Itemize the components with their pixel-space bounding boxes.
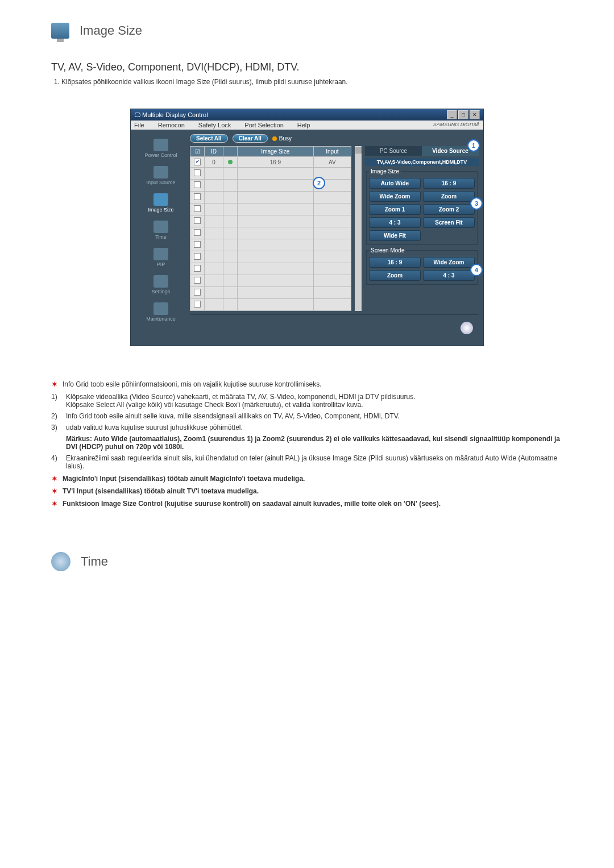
col-check[interactable]: ☑	[190, 147, 205, 157]
busy-indicator: Busy	[272, 135, 292, 142]
col-image-size: Image Size	[238, 147, 314, 157]
note-star-4: Funktsioon Image Size Control (kujutise …	[63, 500, 441, 508]
row-checkbox[interactable]	[194, 229, 201, 236]
row-checkbox[interactable]	[194, 193, 201, 200]
status-bulb-icon	[460, 322, 473, 334]
sidebar-item-maintenance[interactable]: Maintenance	[146, 302, 176, 322]
cell-input: AV	[313, 157, 351, 168]
note-num-1: 1)	[51, 393, 61, 409]
badge-4: 4	[470, 264, 483, 276]
btn-sm-wide-zoom[interactable]: Wide Zoom	[423, 257, 475, 268]
minimize-button[interactable]: _	[447, 110, 457, 119]
badge-3: 3	[470, 197, 483, 210]
btn-auto-wide[interactable]: Auto Wide	[369, 178, 421, 189]
btn-zoom-2[interactable]: Zoom 2	[423, 204, 475, 215]
sidebar-label: PIP	[154, 261, 168, 267]
power-icon	[154, 139, 168, 151]
app-window: 🖵 Multiple Display Control _ □ ✕ File Re…	[130, 109, 484, 346]
source-band: TV,AV,S-Video,Component,HDMI,DTV	[365, 158, 479, 166]
busy-label: Busy	[279, 135, 292, 142]
grid-scrollbar[interactable]	[355, 146, 362, 311]
select-all-button[interactable]: Select All	[190, 134, 228, 143]
btn-sm-4-3[interactable]: 4 : 3	[423, 270, 475, 281]
sidebar-label: Input Source	[146, 180, 175, 185]
sidebar-item-power-control[interactable]: Power Control	[144, 139, 177, 158]
status-bar	[190, 314, 479, 341]
btn-screen-fit[interactable]: Screen Fit	[423, 217, 475, 228]
mode-subtitle: TV, AV, S-Video, Component, DVI(HDCP), H…	[51, 61, 563, 73]
btn-sm-16-9[interactable]: 16 : 9	[369, 257, 421, 268]
image-size-icon	[51, 23, 69, 39]
menu-safety-lock[interactable]: Safety Lock	[198, 122, 231, 128]
note-2: Info Grid toob esile ainult selle kuva, …	[66, 412, 400, 420]
star-icon: ✶	[51, 500, 58, 508]
settings-icon	[154, 275, 168, 288]
note-3-remark: Märkus: Auto Wide (automaatlaius), Zoom1…	[66, 435, 563, 451]
maintenance-icon	[154, 302, 168, 315]
btn-zoom-1[interactable]: Zoom 1	[369, 204, 421, 215]
menu-remocon[interactable]: Remocon	[158, 122, 185, 128]
table-row[interactable]: 0 16:9 AV	[190, 157, 351, 168]
row-checkbox[interactable]	[194, 289, 201, 296]
note-num-2: 2)	[51, 412, 61, 420]
input-source-icon	[154, 166, 168, 178]
note-num-4: 4)	[51, 454, 61, 470]
status-dot-icon	[228, 160, 233, 164]
toolbar: Select All Clear All Busy	[190, 134, 479, 143]
btn-zoom[interactable]: Zoom	[423, 191, 475, 202]
time-side-icon	[154, 221, 168, 233]
row-checkbox[interactable]	[194, 301, 201, 308]
sidebar-item-image-size[interactable]: Image Size	[148, 193, 173, 213]
sidebar-label: Settings	[152, 289, 171, 294]
cell-id: 0	[205, 157, 223, 168]
scroll-up-icon[interactable]	[355, 147, 362, 153]
time-section-header: Time	[51, 552, 563, 571]
btn-sm-zoom[interactable]: Zoom	[369, 270, 421, 281]
btn-16-9[interactable]: 16 : 9	[423, 178, 475, 189]
btn-wide-fit[interactable]: Wide Fit	[369, 230, 421, 241]
sidebar-item-time[interactable]: Time	[154, 221, 168, 240]
note-4: Ekraanirežiimi saab reguleerida ainult s…	[66, 454, 563, 470]
sidebar-label: Power Control	[144, 152, 177, 158]
col-id: ID	[205, 147, 223, 157]
image-size-side-icon	[154, 193, 168, 206]
row-checkbox[interactable]	[194, 217, 201, 224]
row-checkbox[interactable]	[194, 241, 201, 248]
col-input: Input	[313, 147, 351, 157]
row-checkbox[interactable]	[194, 253, 201, 260]
row-checkbox[interactable]	[194, 181, 201, 188]
image-size-title: Image Size	[80, 23, 142, 38]
menu-port-selection[interactable]: Port Selection	[244, 122, 283, 128]
brand-label: SAMSUNG DIGITall	[433, 122, 479, 127]
menu-file[interactable]: File	[134, 122, 144, 128]
sidebar-label: Maintenance	[146, 316, 176, 322]
star-icon: ✶	[51, 487, 58, 495]
right-panel: 1 PC Source Video Source TV,AV,S-Video,C…	[365, 146, 479, 311]
row-checkbox[interactable]	[194, 169, 201, 176]
time-icon	[51, 552, 70, 571]
image-size-pane-title: Image Size	[369, 168, 401, 175]
row-checkbox[interactable]	[194, 265, 201, 272]
star-icon: ✶	[51, 380, 58, 388]
intro-item-1: Klõpsates põhiikoonide valikus ikooni Im…	[61, 78, 563, 86]
menu-help[interactable]: Help	[297, 122, 310, 128]
row-checkbox[interactable]	[194, 159, 201, 165]
screen-mode-pane-title: Screen Mode	[369, 247, 406, 254]
btn-wide-zoom[interactable]: Wide Zoom	[369, 191, 421, 202]
sidebar-label: Time	[154, 234, 168, 240]
sidebar-item-settings[interactable]: Settings	[152, 275, 171, 294]
maximize-button[interactable]: □	[458, 110, 468, 119]
sidebar-item-input-source[interactable]: Input Source	[146, 166, 175, 185]
source-tabs: PC Source Video Source	[365, 146, 479, 156]
btn-4-3[interactable]: 4 : 3	[369, 217, 421, 228]
row-checkbox[interactable]	[194, 205, 201, 212]
close-button[interactable]: ✕	[470, 110, 480, 119]
clear-all-button[interactable]: Clear All	[233, 134, 268, 143]
image-size-pane: Image Size Auto Wide 16 : 9 Wide Zoom Zo…	[366, 168, 478, 245]
note-star-2: MagicInfo'i Input (sisendallikas) töötab…	[63, 475, 305, 483]
badge-1: 1	[467, 139, 480, 152]
sidebar-item-pip[interactable]: PIP	[154, 248, 168, 267]
tab-pc-source[interactable]: PC Source	[365, 146, 422, 156]
row-checkbox[interactable]	[194, 277, 201, 284]
notes-section: ✶ Info Grid toob esile põhiinformatsioon…	[51, 380, 563, 508]
